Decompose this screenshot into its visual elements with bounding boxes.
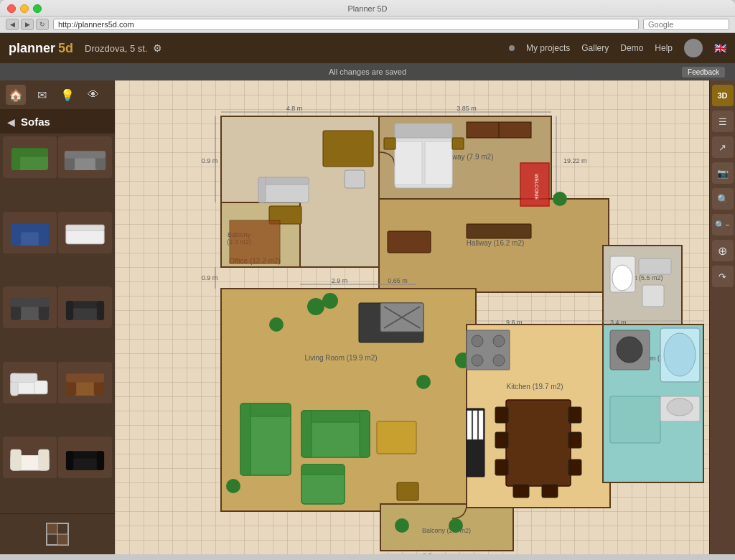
svg-rect-12	[66, 225, 104, 230]
home-tool[interactable]: 🏠	[6, 85, 26, 105]
svg-text:Kitchen (19.7 m2): Kitchen (19.7 m2)	[507, 383, 563, 391]
camera-button[interactable]: 📷	[712, 162, 734, 184]
settings-icon[interactable]: ⚙	[153, 42, 162, 54]
svg-rect-112	[467, 411, 472, 439]
svg-rect-89	[452, 138, 464, 149]
logo-text: planner	[9, 41, 55, 56]
svg-rect-117	[495, 407, 508, 423]
maximize-button[interactable]	[33, 4, 42, 13]
svg-rect-98	[240, 403, 251, 475]
svg-rect-104	[301, 465, 345, 475]
sofa-item-10[interactable]	[58, 437, 112, 478]
svg-point-148	[553, 192, 567, 206]
category-header[interactable]: ◀ Sofas	[0, 110, 115, 134]
svg-text:Balcony (2.0 m2): Balcony (2.0 m2)	[422, 527, 471, 534]
back-button[interactable]: ◀	[6, 19, 19, 30]
svg-rect-75	[323, 131, 373, 167]
sofa-item-3[interactable]	[3, 212, 57, 253]
sofa-item-7[interactable]	[3, 362, 57, 403]
category-title: Sofas	[21, 116, 50, 128]
sidebar-toolbar: 🏠 ✉ 💡 👁	[0, 80, 115, 110]
search-input[interactable]	[643, 19, 729, 30]
svg-rect-6	[65, 151, 106, 158]
svg-rect-115	[397, 482, 418, 500]
eye-tool[interactable]: 👁	[83, 85, 103, 105]
language-flag[interactable]: 🇬🇧	[714, 42, 726, 54]
envelope-tool[interactable]: ✉	[32, 85, 52, 105]
svg-rect-19	[66, 301, 73, 320]
svg-rect-116	[506, 400, 571, 486]
svg-rect-10	[11, 223, 49, 232]
gallery-link[interactable]: Gallery	[581, 43, 609, 53]
svg-rect-95	[388, 231, 431, 253]
svg-rect-140	[610, 396, 660, 443]
sofa-item-8[interactable]	[58, 362, 112, 403]
svg-point-107	[322, 293, 338, 309]
url-input[interactable]	[53, 19, 639, 30]
svg-rect-94	[467, 224, 531, 238]
svg-text:2.9 m: 2.9 m	[332, 277, 348, 284]
svg-point-129	[493, 355, 505, 366]
redo-button[interactable]: ↷	[712, 266, 734, 287]
demo-link[interactable]: Demo	[620, 43, 643, 53]
svg-rect-20	[97, 301, 104, 320]
floor-plan-icon	[43, 520, 72, 549]
logo-accent: 5d	[58, 41, 73, 56]
svg-point-151	[395, 518, 409, 533]
lamp-tool[interactable]: 💡	[57, 85, 78, 105]
user-avatar[interactable]	[684, 39, 703, 57]
svg-rect-76	[345, 170, 365, 188]
svg-rect-34	[66, 452, 73, 471]
status-message: All changes are saved	[329, 67, 406, 76]
share-button[interactable]: ↗	[712, 136, 734, 158]
svg-text:0.65 m: 0.65 m	[388, 277, 408, 284]
svg-rect-30	[11, 450, 21, 471]
svg-rect-79	[258, 177, 266, 202]
sofa-item-9[interactable]	[3, 437, 57, 478]
status-wrapper: All changes are saved Feedback	[0, 67, 735, 76]
svg-point-139	[664, 333, 696, 376]
nav-right: My projects Gallery Demo Help 🇬🇧	[509, 39, 726, 57]
sofa-item-5[interactable]	[3, 286, 57, 328]
title-bar: Planner 5D	[0, 0, 735, 16]
svg-rect-105	[377, 421, 416, 454]
browser-window: Planner 5D ◀ ▶ ↻	[0, 0, 735, 33]
svg-point-152	[449, 518, 463, 533]
right-toolbar: 3D ☰ ↗ 📷 🔍 🔍− ⊕ ↷	[709, 80, 735, 554]
sofa-item-1[interactable]	[3, 136, 57, 178]
svg-rect-113	[473, 411, 477, 439]
svg-point-110	[416, 375, 431, 389]
svg-point-82	[269, 317, 284, 332]
svg-rect-121	[568, 432, 581, 448]
project-name: Drozdova, 5 st.	[85, 43, 147, 54]
my-projects-link[interactable]: My projects	[526, 43, 570, 53]
svg-text:0.9 m: 0.9 m	[202, 157, 218, 164]
zoom-out-button[interactable]: 🔍−	[712, 214, 734, 235]
svg-text:2.2 m: 2.2 m	[423, 552, 439, 554]
svg-rect-118	[495, 432, 508, 448]
sofa-item-6[interactable]	[58, 286, 112, 328]
svg-rect-102	[360, 411, 370, 457]
help-link[interactable]: Help	[655, 43, 673, 53]
reload-button[interactable]: ↻	[36, 19, 49, 30]
canvas-area[interactable]: 4.8 m 3.85 m 0.9 m 0.9 m 2.9 m 0.65 m 19…	[115, 80, 709, 554]
svg-point-128	[472, 355, 483, 366]
svg-text:3.85 m: 3.85 m	[457, 105, 477, 112]
sidebar-footer	[0, 513, 115, 554]
list-view-button[interactable]: ☰	[712, 111, 734, 132]
unknown-button-1[interactable]: ⊕	[712, 240, 734, 261]
svg-text:Living Room (19.9 m2): Living Room (19.9 m2)	[304, 354, 377, 362]
forward-button[interactable]: ▶	[21, 19, 34, 30]
close-button[interactable]	[7, 4, 16, 13]
page-title: Planner 5D	[347, 4, 387, 13]
svg-text:Hallway (16.2 m2): Hallway (16.2 m2)	[467, 239, 525, 247]
minimize-button[interactable]	[20, 4, 29, 13]
zoom-in-button[interactable]: 🔍	[712, 188, 734, 210]
feedback-button[interactable]: Feedback	[682, 67, 725, 78]
nav-buttons: ◀ ▶ ↻	[6, 19, 49, 30]
view-3d-button[interactable]: 3D	[712, 85, 734, 106]
items-grid	[0, 134, 115, 513]
svg-point-109	[226, 479, 240, 493]
sofa-item-2[interactable]	[58, 136, 112, 178]
sofa-item-4[interactable]	[58, 212, 112, 253]
